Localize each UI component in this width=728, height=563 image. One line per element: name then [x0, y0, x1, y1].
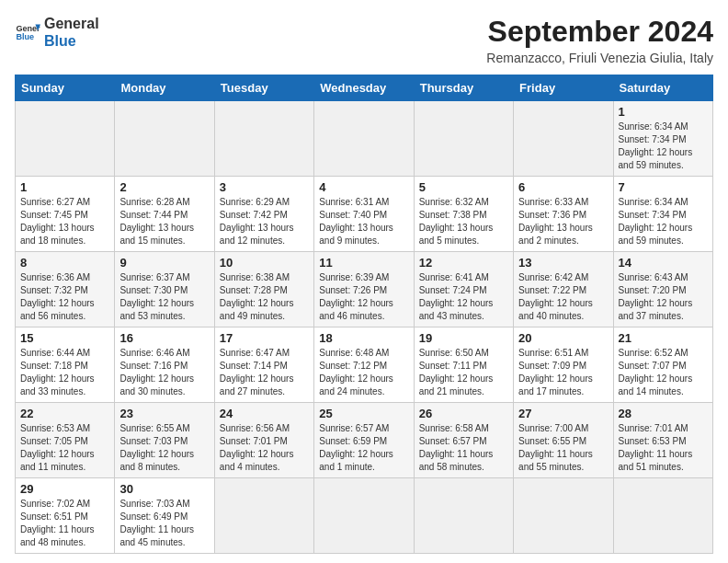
- day-detail: Sunrise: 6:56 AMSunset: 7:01 PMDaylight:…: [220, 423, 294, 472]
- calendar-cell: 14 Sunrise: 6:43 AMSunset: 7:20 PMDaylig…: [613, 252, 712, 327]
- calendar-cell: 1 Sunrise: 6:34 AMSunset: 7:34 PMDayligh…: [613, 101, 712, 177]
- calendar-cell: [613, 478, 712, 554]
- day-detail: Sunrise: 6:50 AMSunset: 7:11 PMDaylight:…: [419, 348, 494, 396]
- day-number: 16: [119, 331, 209, 345]
- calendar-cell: 9 Sunrise: 6:37 AMSunset: 7:30 PMDayligh…: [115, 252, 214, 327]
- day-number: 30: [119, 482, 209, 496]
- calendar-week-1: 1 Sunrise: 6:34 AMSunset: 7:34 PMDayligh…: [16, 101, 713, 177]
- day-detail: Sunrise: 6:41 AMSunset: 7:24 PMDaylight:…: [419, 272, 494, 321]
- calendar-cell: 29 Sunrise: 7:02 AMSunset: 6:51 PMDaylig…: [16, 478, 115, 554]
- day-number: 1: [619, 105, 708, 119]
- day-detail: Sunrise: 6:44 AMSunset: 7:18 PMDaylight:…: [20, 348, 95, 396]
- day-number: 13: [518, 256, 608, 270]
- calendar-cell: 6 Sunrise: 6:33 AMSunset: 7:36 PMDayligh…: [514, 177, 613, 252]
- day-number: 29: [20, 482, 109, 496]
- calendar-cell: 24 Sunrise: 6:56 AMSunset: 7:01 PMDaylig…: [214, 403, 313, 478]
- calendar-cell: [414, 478, 513, 554]
- day-detail: Sunrise: 6:48 AMSunset: 7:12 PMDaylight:…: [319, 348, 393, 396]
- calendar-week-6: 29 Sunrise: 7:02 AMSunset: 6:51 PMDaylig…: [16, 478, 713, 554]
- day-number: 28: [619, 407, 708, 420]
- day-detail: Sunrise: 6:42 AMSunset: 7:22 PMDaylight:…: [518, 272, 593, 321]
- calendar-cell: 19 Sunrise: 6:50 AMSunset: 7:11 PMDaylig…: [414, 327, 513, 403]
- day-detail: Sunrise: 6:46 AMSunset: 7:16 PMDaylight:…: [119, 348, 194, 396]
- day-detail: Sunrise: 7:01 AMSunset: 6:53 PMDaylight:…: [619, 423, 693, 472]
- calendar-header-row: Sunday Monday Tuesday Wednesday Thursday…: [16, 75, 713, 101]
- svg-text:Blue: Blue: [16, 33, 34, 42]
- calendar-cell: [214, 101, 313, 177]
- col-sunday: Sunday: [16, 75, 115, 101]
- day-number: 21: [619, 331, 708, 345]
- calendar-cell: [214, 478, 313, 554]
- col-friday: Friday: [514, 75, 613, 101]
- col-monday: Monday: [115, 75, 214, 101]
- calendar-cell: 16 Sunrise: 6:46 AMSunset: 7:16 PMDaylig…: [115, 327, 214, 403]
- day-detail: Sunrise: 6:55 AMSunset: 7:03 PMDaylight:…: [119, 423, 194, 472]
- col-thursday: Thursday: [414, 75, 513, 101]
- calendar-cell: [314, 478, 414, 554]
- day-number: 8: [20, 256, 109, 270]
- col-wednesday: Wednesday: [314, 75, 414, 101]
- day-number: 20: [518, 331, 608, 345]
- logo-text-general: General: [44, 15, 99, 32]
- day-number: 24: [220, 407, 309, 420]
- calendar-cell: [514, 478, 613, 554]
- day-detail: Sunrise: 6:51 AMSunset: 7:09 PMDaylight:…: [518, 348, 593, 396]
- day-number: 19: [419, 331, 508, 345]
- day-detail: Sunrise: 6:28 AMSunset: 7:44 PMDaylight:…: [119, 197, 194, 246]
- calendar-cell: 13 Sunrise: 6:42 AMSunset: 7:22 PMDaylig…: [514, 252, 613, 327]
- calendar-cell: 25 Sunrise: 6:57 AMSunset: 6:59 PMDaylig…: [314, 403, 414, 478]
- calendar-cell: 27 Sunrise: 7:00 AMSunset: 6:55 PMDaylig…: [514, 403, 613, 478]
- month-title: September 2024: [486, 15, 713, 49]
- day-number: 11: [319, 256, 408, 270]
- day-detail: Sunrise: 6:39 AMSunset: 7:26 PMDaylight:…: [319, 272, 393, 321]
- day-number: 9: [119, 256, 209, 270]
- calendar-cell: [115, 101, 214, 177]
- day-detail: Sunrise: 6:37 AMSunset: 7:30 PMDaylight:…: [119, 272, 194, 321]
- day-number: 10: [220, 256, 309, 270]
- calendar-cell: [414, 101, 513, 177]
- calendar-week-4: 15 Sunrise: 6:44 AMSunset: 7:18 PMDaylig…: [16, 327, 713, 403]
- day-number: 3: [220, 180, 309, 194]
- day-detail: Sunrise: 6:47 AMSunset: 7:14 PMDaylight:…: [220, 348, 294, 396]
- calendar-cell: [314, 101, 414, 177]
- calendar-cell: 28 Sunrise: 7:01 AMSunset: 6:53 PMDaylig…: [613, 403, 712, 478]
- day-number: 15: [20, 331, 109, 345]
- col-tuesday: Tuesday: [214, 75, 313, 101]
- day-number: 6: [518, 180, 608, 194]
- calendar-cell: 23 Sunrise: 6:55 AMSunset: 7:03 PMDaylig…: [115, 403, 214, 478]
- calendar-cell: 10 Sunrise: 6:38 AMSunset: 7:28 PMDaylig…: [214, 252, 313, 327]
- day-detail: Sunrise: 6:36 AMSunset: 7:32 PMDaylight:…: [20, 272, 95, 321]
- day-detail: Sunrise: 6:38 AMSunset: 7:28 PMDaylight:…: [220, 272, 294, 321]
- calendar-week-5: 22 Sunrise: 6:53 AMSunset: 7:05 PMDaylig…: [16, 403, 713, 478]
- page-header: General Blue General Blue September 2024…: [15, 15, 713, 65]
- day-detail: Sunrise: 6:53 AMSunset: 7:05 PMDaylight:…: [20, 423, 95, 472]
- day-number: 17: [220, 331, 309, 345]
- calendar-cell: 18 Sunrise: 6:48 AMSunset: 7:12 PMDaylig…: [314, 327, 414, 403]
- calendar-cell: 30 Sunrise: 7:03 AMSunset: 6:49 PMDaylig…: [115, 478, 214, 554]
- col-saturday: Saturday: [613, 75, 712, 101]
- calendar-cell: 5 Sunrise: 6:32 AMSunset: 7:38 PMDayligh…: [414, 177, 513, 252]
- day-detail: Sunrise: 7:00 AMSunset: 6:55 PMDaylight:…: [518, 423, 593, 472]
- day-number: 27: [518, 407, 608, 420]
- day-number: 14: [619, 256, 708, 270]
- day-number: 2: [119, 180, 209, 194]
- day-number: 25: [319, 407, 408, 420]
- day-number: 5: [419, 180, 508, 194]
- day-detail: Sunrise: 6:29 AMSunset: 7:42 PMDaylight:…: [220, 197, 294, 246]
- logo-icon: General Blue: [15, 19, 40, 45]
- day-detail: Sunrise: 6:58 AMSunset: 6:57 PMDaylight:…: [419, 423, 494, 472]
- calendar-cell: 22 Sunrise: 6:53 AMSunset: 7:05 PMDaylig…: [16, 403, 115, 478]
- calendar-cell: [514, 101, 613, 177]
- calendar-cell: 12 Sunrise: 6:41 AMSunset: 7:24 PMDaylig…: [414, 252, 513, 327]
- calendar-cell: 21 Sunrise: 6:52 AMSunset: 7:07 PMDaylig…: [613, 327, 712, 403]
- day-detail: Sunrise: 6:33 AMSunset: 7:36 PMDaylight:…: [518, 197, 593, 246]
- location: Remanzacco, Friuli Venezia Giulia, Italy: [486, 51, 713, 65]
- day-number: 12: [419, 256, 508, 270]
- day-detail: Sunrise: 6:34 AMSunset: 7:34 PMDaylight:…: [619, 121, 693, 170]
- day-detail: Sunrise: 6:52 AMSunset: 7:07 PMDaylight:…: [619, 348, 693, 396]
- calendar-cell: [16, 101, 115, 177]
- calendar-cell: 3 Sunrise: 6:29 AMSunset: 7:42 PMDayligh…: [214, 177, 313, 252]
- calendar-cell: 17 Sunrise: 6:47 AMSunset: 7:14 PMDaylig…: [214, 327, 313, 403]
- day-number: 7: [619, 180, 708, 194]
- day-number: 23: [119, 407, 209, 420]
